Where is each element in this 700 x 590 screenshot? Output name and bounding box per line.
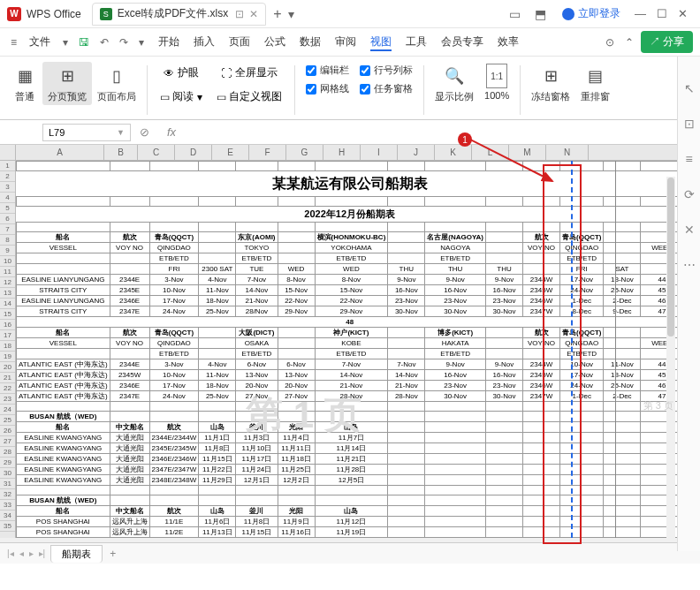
row-header-15[interactable]: 15 <box>0 309 15 320</box>
col-header-J[interactable]: J <box>398 145 435 160</box>
menu-工具[interactable]: 工具 <box>406 35 427 48</box>
menu-视图[interactable]: 视图 <box>370 35 392 51</box>
collapse-ribbon-icon[interactable]: ⌃ <box>625 36 634 49</box>
eyecare-button[interactable]: 👁 护眼 <box>158 64 204 82</box>
menu-数据[interactable]: 数据 <box>300 35 321 48</box>
document-tab[interactable]: S Excel转成PDF文件.xlsx ⊡ ✕ <box>92 3 266 26</box>
row-header-20[interactable]: 20 <box>0 362 15 373</box>
read-mode-button[interactable]: ▭ 阅读 ▾ <box>158 87 204 106</box>
file-menu[interactable]: 文件 <box>29 34 50 49</box>
col-header-E[interactable]: E <box>212 145 249 160</box>
col-header-F[interactable]: F <box>249 145 286 160</box>
col-header-B[interactable]: B <box>104 145 138 160</box>
save-icon[interactable]: 🖫 <box>79 36 89 49</box>
tools-icon[interactable]: ✕ <box>684 223 695 237</box>
data-table[interactable]: 某某航运有限公司船期表2022年12月份船期表船名航次青岛(QQCT)东京(AO… <box>16 161 683 538</box>
redo-icon[interactable]: ↷ <box>119 36 128 49</box>
row-header-32[interactable]: 32 <box>0 489 15 500</box>
row-header-7[interactable]: 7 <box>0 224 15 235</box>
row-header-2[interactable]: 2 <box>0 171 15 182</box>
name-box[interactable]: L79 ▼ <box>42 124 131 141</box>
row-header-5[interactable]: 5 <box>0 203 15 214</box>
editbar-checkbox[interactable]: 编辑栏 <box>306 64 349 77</box>
row-header-24[interactable]: 24 <box>0 405 15 415</box>
row-header-21[interactable]: 21 <box>0 373 15 383</box>
taskpane-checkbox[interactable]: 任务窗格 <box>360 82 413 95</box>
rowcol-checkbox[interactable]: 行号列标 <box>360 64 413 77</box>
col-header-L[interactable]: L <box>472 145 509 160</box>
row-header-3[interactable]: 3 <box>0 182 15 193</box>
dropdown-icon[interactable]: ▾ <box>288 7 294 21</box>
menu-效率[interactable]: 效率 <box>498 35 519 48</box>
next-sheet-icon[interactable]: ▸ <box>29 548 34 558</box>
zoom-ratio-button[interactable]: 🔍 显示比例 <box>430 62 479 105</box>
pagebreak-view-button[interactable]: ⊞ 分页预览 <box>42 62 92 105</box>
menu-插入[interactable]: 插入 <box>194 35 215 48</box>
row-header-13[interactable]: 13 <box>0 288 15 299</box>
vertical-scrollbar[interactable] <box>666 177 675 539</box>
properties-icon[interactable]: ⊡ <box>684 117 695 131</box>
undo-icon[interactable]: ↶ <box>100 36 109 49</box>
row-header-23[interactable]: 23 <box>0 394 15 405</box>
row-header-16[interactable]: 16 <box>0 320 15 330</box>
select-tool-icon[interactable]: ↖ <box>684 81 695 95</box>
menu-审阅[interactable]: 审阅 <box>335 35 356 48</box>
row-header-14[interactable]: 14 <box>0 299 15 309</box>
row-header-29[interactable]: 29 <box>0 458 15 468</box>
pin-icon[interactable]: ⊡ <box>235 8 244 20</box>
customview-button[interactable]: ▭ 自定义视图 <box>215 87 284 106</box>
refresh-icon[interactable]: ⟳ <box>684 187 695 201</box>
row-header-27[interactable]: 27 <box>0 436 15 447</box>
close-window-button[interactable]: ✕ <box>678 7 688 20</box>
scroll-thumb[interactable] <box>667 178 674 337</box>
row-header-30[interactable]: 30 <box>0 468 15 479</box>
row-header-31[interactable]: 31 <box>0 479 15 489</box>
add-tab-button[interactable]: + <box>273 6 281 22</box>
cancel-icon[interactable]: ⊘ <box>140 125 149 139</box>
col-header-H[interactable]: H <box>323 145 361 160</box>
row-header-19[interactable]: 19 <box>0 352 15 362</box>
freeze-panes-button[interactable]: ⊞ 冻结窗格 <box>526 62 575 105</box>
last-sheet-icon[interactable]: ▸| <box>39 548 46 558</box>
row-header-4[interactable]: 4 <box>0 193 15 203</box>
zoom-100-button[interactable]: 1:1 100% <box>479 62 514 102</box>
formula-input[interactable] <box>185 124 693 141</box>
row-header-17[interactable]: 17 <box>0 330 15 341</box>
row-header-6[interactable]: 6 <box>0 214 15 224</box>
row-header-22[interactable]: 22 <box>0 383 15 394</box>
menu-开始[interactable]: 开始 <box>158 35 179 48</box>
row-header-26[interactable]: 26 <box>0 426 15 436</box>
close-tab-icon[interactable]: ✕ <box>249 8 258 20</box>
menu-会员专享[interactable]: 会员专享 <box>441 35 483 48</box>
rearrange-button[interactable]: ▤ 重排窗 <box>575 62 615 105</box>
minimize-button[interactable]: — <box>635 7 646 20</box>
chevron-down-icon[interactable]: ▾ <box>63 36 68 49</box>
row-header-28[interactable]: 28 <box>0 447 15 458</box>
row-header-8[interactable]: 8 <box>0 235 15 246</box>
fx-icon[interactable]: fx <box>167 125 176 139</box>
prev-sheet-icon[interactable]: ◂ <box>19 548 24 558</box>
row-header-9[interactable]: 9 <box>0 246 15 256</box>
row-header-10[interactable]: 10 <box>0 256 15 267</box>
first-sheet-icon[interactable]: |◂ <box>7 548 14 558</box>
login-button[interactable]: 立即登录 <box>562 6 620 21</box>
cloud-menu-icon[interactable]: ⊙ <box>605 36 614 49</box>
sheet-content[interactable]: 第 1 页 第 3 页 某某航运有限公司船期表2022年12月份船期表船名航次青… <box>16 161 700 538</box>
col-header-I[interactable]: I <box>361 145 398 160</box>
add-sheet-button[interactable]: + <box>110 548 116 560</box>
row-header-1[interactable]: 1 <box>0 161 15 171</box>
row-header-12[interactable]: 12 <box>0 277 15 288</box>
history-dropdown-icon[interactable]: ▾ <box>139 36 144 49</box>
col-header-A[interactable]: A <box>16 145 104 160</box>
select-all-corner[interactable] <box>0 145 16 160</box>
col-header-K[interactable]: K <box>435 145 472 160</box>
col-header-G[interactable]: G <box>286 145 323 160</box>
more-icon[interactable]: ⋯ <box>683 258 696 272</box>
normal-view-button[interactable]: ▦ 普通 <box>7 62 42 105</box>
pagelayout-view-button[interactable]: ▯ 页面布局 <box>92 62 141 105</box>
col-header-N[interactable]: N <box>546 145 589 160</box>
reader-icon[interactable]: ▭ <box>509 7 521 21</box>
row-header-18[interactable]: 18 <box>0 341 15 352</box>
namebox-dropdown-icon[interactable]: ▼ <box>117 128 125 137</box>
row-header-34[interactable]: 34 <box>0 511 15 521</box>
